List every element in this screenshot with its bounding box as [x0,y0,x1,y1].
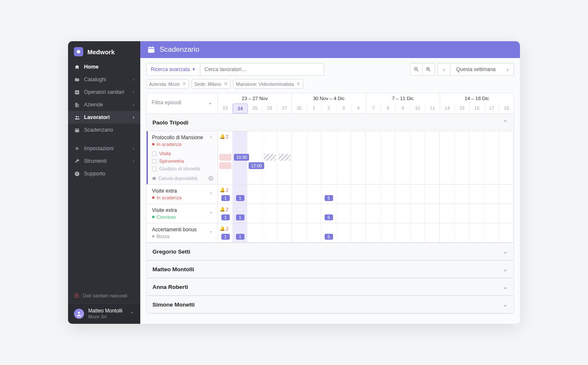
expand-icon[interactable]: ⌄ [209,189,213,195]
day-cell[interactable]: 14 [440,103,455,113]
grid-cell[interactable] [218,185,233,204]
day-cell[interactable]: 24 [233,103,248,114]
grid-cell[interactable] [321,131,336,184]
grid-cell[interactable] [366,204,381,223]
day-cell[interactable]: 1 [307,103,322,113]
collapse-icon[interactable]: ⌃ [209,135,213,142]
person-header-simone[interactable]: Simone Monetti ⌄ [147,296,514,313]
grid-cell[interactable] [292,204,307,223]
person-header-anna[interactable]: Anna Roberti ⌄ [147,278,514,296]
grid-cell[interactable] [366,131,381,184]
grid-cell[interactable] [381,131,395,184]
grid-cell[interactable] [292,185,307,204]
zoom-in-button[interactable] [423,63,435,76]
zoom-out-button[interactable] [410,63,423,76]
grid-cell[interactable] [499,185,514,204]
filter-episodes-select[interactable]: Filtra episodi ⌄ [147,93,218,111]
grid-cell[interactable] [381,223,395,242]
calc-availability[interactable]: Calcola disponibilità ? [152,172,213,181]
checkbox[interactable] [152,167,157,171]
day-cell[interactable]: 26 [262,103,277,114]
grid-cell[interactable] [307,185,321,204]
grid-cell[interactable] [484,204,499,223]
day-cell[interactable]: 8 [381,103,396,113]
day-cell[interactable]: 30 [292,103,307,113]
grid-cell[interactable] [366,185,381,204]
nav-supporto[interactable]: ? Supporto [68,167,140,180]
grid-cell[interactable] [395,223,410,242]
nav-aziende[interactable]: Aziende › [68,98,140,111]
grid-cell[interactable] [247,131,262,184]
grid-cell[interactable] [247,185,262,204]
chip-mansione[interactable]: Mansione: Videoterminalista ✕ [233,79,303,89]
user-menu[interactable]: Matteo Montolli Moze Srl ⌃ [68,303,140,324]
nav-impostazioni[interactable]: Impostazioni › [68,142,140,155]
nav-strumenti[interactable]: Strumenti › [68,155,140,167]
nav-home[interactable]: Home [68,61,140,73]
day-cell[interactable]: 15 [455,103,470,113]
grid-cell[interactable] [351,223,366,242]
grid-cell[interactable] [440,131,454,184]
grid-cell[interactable] [499,131,514,184]
grid-cell[interactable] [233,204,247,223]
grid-cell[interactable] [469,223,484,242]
grid-cell[interactable] [307,223,321,242]
grid-cell[interactable] [233,223,247,242]
grid-cell[interactable] [484,223,499,242]
grid-cell[interactable] [277,185,292,204]
grid-cell[interactable] [454,185,469,204]
grid-cell[interactable] [321,223,336,242]
chip-sede[interactable]: Sede: Milano ✕ [192,79,231,89]
day-cell[interactable]: 25 [248,103,262,114]
grid-cell[interactable] [410,204,425,223]
subtask-spirometria[interactable]: Spirometria [152,157,213,165]
subtask-visita[interactable]: Visita [152,150,213,157]
grid-cell[interactable] [395,185,410,204]
help-icon[interactable]: ? [208,176,213,181]
grid-cell[interactable] [247,204,262,223]
grid-cell[interactable] [262,223,277,242]
grid-cell[interactable] [277,204,292,223]
grid-cell[interactable] [351,185,366,204]
grid-cell[interactable] [233,131,247,184]
subtask-giudizio[interactable]: Giudizio di idoneità [152,165,213,172]
grid-cell[interactable] [336,131,351,184]
day-cell[interactable]: 9 [396,103,410,113]
grid-cell[interactable] [425,204,440,223]
grid-cell[interactable] [292,223,307,242]
grid-cell[interactable] [440,223,454,242]
person-header-gregorio[interactable]: Gregorio Setti ⌄ [147,243,514,260]
grid-cell[interactable] [410,185,425,204]
grid-cell[interactable] [233,185,247,204]
grid-cell[interactable] [307,204,321,223]
grid-cell[interactable] [336,185,351,204]
grid-cell[interactable] [262,204,277,223]
grid-cell[interactable] [469,204,484,223]
nav-scadenzario[interactable]: Scadenzario [68,124,140,136]
grid-cell[interactable] [410,131,425,184]
day-cell[interactable]: 2 [322,103,336,113]
grid-cell[interactable] [277,223,292,242]
search-input[interactable] [200,63,324,76]
grid-cell[interactable] [351,131,366,184]
grid-cell[interactable] [336,223,351,242]
day-cell[interactable]: 27 [277,103,291,114]
grid-cell[interactable] [247,223,262,242]
grid-cell[interactable] [218,131,233,184]
day-cell[interactable]: 3 [336,103,351,113]
grid-cell[interactable] [469,131,484,184]
grid-cell[interactable] [499,204,514,223]
nav-cataloghi[interactable]: Cataloghi › [68,73,140,86]
grid-cell[interactable] [381,204,395,223]
grid-cell[interactable] [292,131,307,184]
grid-cell[interactable] [277,131,292,184]
grid-cell[interactable] [484,131,499,184]
expand-icon[interactable]: ⌄ [209,227,213,234]
nav-operatori[interactable]: Operatori sanitari › [68,86,140,98]
grid-cell[interactable] [218,204,233,223]
chip-azienda[interactable]: Azienda: Moze ✕ [146,79,189,89]
grid-cell[interactable] [336,204,351,223]
person-header-paolo[interactable]: Paolo Tripodi ⌃ [147,114,514,131]
remove-chip-icon[interactable]: ✕ [297,81,300,87]
grid-cell[interactable] [440,185,454,204]
